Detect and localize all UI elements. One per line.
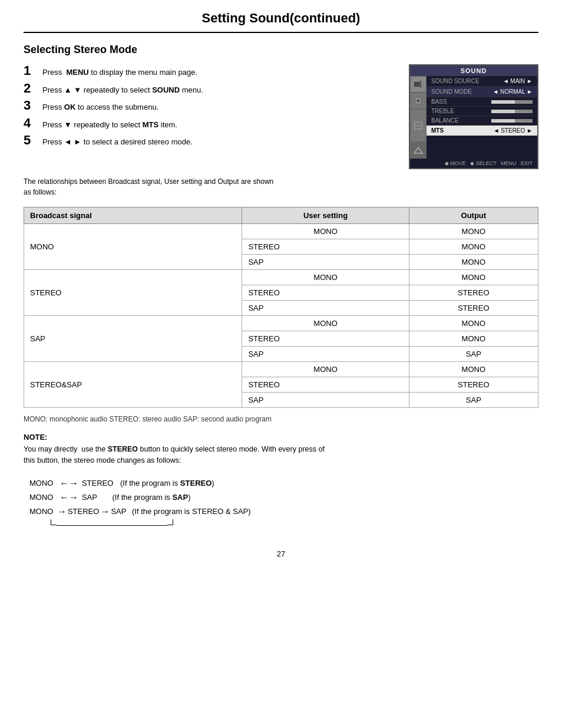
output-stereo-mono: MONO bbox=[409, 270, 538, 285]
step-4: 4 Press ▼ repeatedly to select MTS item. bbox=[24, 117, 397, 131]
description: The relationships between Broadcast sign… bbox=[24, 176, 538, 197]
user-setting-stereo-sap: SAP bbox=[242, 301, 409, 316]
svg-rect-0 bbox=[414, 82, 419, 87]
output-mono-mono: MONO bbox=[409, 224, 538, 239]
note-text: You may directly use the STEREO button t… bbox=[24, 444, 538, 466]
col-header-signal: Broadcast signal bbox=[24, 207, 242, 224]
user-setting-sap-mono: MONO bbox=[242, 316, 409, 331]
output-sap-sap: SAP bbox=[409, 347, 538, 362]
steps-and-image: 1 Press MENU to display the menu main pa… bbox=[24, 64, 538, 169]
diagram-arrow-3b: → bbox=[100, 506, 110, 517]
tv-menu-value-mode: ◄ NORMAL ► bbox=[492, 88, 533, 95]
tv-menu-title: SOUND bbox=[410, 65, 537, 76]
table-row: STEREO&SAP MONO MONO bbox=[24, 362, 538, 377]
note-key-stereo-1: STEREO bbox=[180, 479, 211, 487]
user-setting-stereo-mono: MONO bbox=[242, 270, 409, 285]
user-setting-sap-stereo: STEREO bbox=[242, 331, 409, 347]
step-key-menu: MENU bbox=[66, 68, 88, 77]
tv-menu-bar-bass bbox=[491, 100, 533, 104]
user-setting-ss-sap: SAP bbox=[242, 393, 409, 408]
tv-footer-text: ◆ MOVE ◆ SELECT MENU EXIT bbox=[445, 160, 533, 166]
tv-menu-label-bass: BASS bbox=[431, 98, 447, 105]
signal-mono: MONO bbox=[24, 224, 242, 270]
diagram-arrow-3a: → bbox=[54, 506, 66, 517]
diagram-area: MONO ←→ STEREO (If the program is STEREO… bbox=[29, 478, 538, 526]
note-key-stereo: STEREO bbox=[108, 445, 138, 453]
tv-menu-rows: SOUND SOURCE ◄ MAIN ► SOUND MODE ◄ NORMA… bbox=[427, 76, 537, 159]
user-setting-mono-stereo: STEREO bbox=[242, 239, 409, 255]
tv-menu-footer: ◆ MOVE ◆ SELECT MENU EXIT bbox=[410, 159, 537, 168]
steps-list: 1 Press MENU to display the menu main pa… bbox=[24, 64, 397, 151]
tv-icon-3 bbox=[410, 109, 427, 142]
diagram-mono-2: MONO bbox=[29, 493, 53, 502]
signal-sap: SAP bbox=[24, 316, 242, 362]
tv-menu-row-bass: BASS bbox=[427, 97, 537, 107]
svg-point-3 bbox=[416, 99, 420, 103]
step-5: 5 Press ◄ ► to select a desired stereo m… bbox=[24, 134, 397, 148]
user-setting-stereo-stereo: STEREO bbox=[242, 285, 409, 301]
user-setting-sap-sap: SAP bbox=[242, 347, 409, 362]
output-stereo-sap: STEREO bbox=[409, 301, 538, 316]
signal-stereo: STEREO bbox=[24, 270, 242, 316]
step-text-5: Press ◄ ► to select a desired stereo mod… bbox=[42, 136, 193, 148]
user-setting-ss-mono: MONO bbox=[242, 362, 409, 377]
tv-menu-row-mts: MTS ◄ STEREO ► bbox=[427, 126, 537, 136]
step-number-4: 4 bbox=[24, 117, 40, 130]
diagram-row-3: MONO → STEREO → SAP (If the program is S… bbox=[29, 506, 538, 526]
step-key-sound: SOUND bbox=[152, 85, 180, 94]
signal-stereo-sap: STEREO&SAP bbox=[24, 362, 242, 408]
tv-menu-label-mts: MTS bbox=[431, 127, 444, 134]
col-header-output: Output bbox=[409, 207, 538, 224]
diagram-arrow-2: ←→ bbox=[57, 492, 78, 503]
note-key-ss-3: STEREO & SAP bbox=[192, 507, 248, 516]
note-title: NOTE: bbox=[24, 433, 538, 442]
tv-icon-4 bbox=[410, 142, 427, 159]
tv-menu-value-source: ◄ MAIN ► bbox=[503, 78, 533, 84]
loop-return-container bbox=[51, 517, 173, 526]
tv-menu-row-treble: TREBLE bbox=[427, 107, 537, 116]
note-section: NOTE: You may directly use the STEREO bu… bbox=[24, 433, 538, 466]
tv-menu-value-mts: ◄ STEREO ► bbox=[494, 127, 533, 134]
step-text-4: Press ▼ repeatedly to select MTS item. bbox=[42, 119, 177, 131]
output-ss-stereo: STEREO bbox=[409, 377, 538, 393]
signal-table: Broadcast signal User setting Output MON… bbox=[24, 207, 538, 408]
tv-menu-label-balance: BALANCE bbox=[431, 117, 459, 124]
tv-menu-row-balance: BALANCE bbox=[427, 116, 537, 126]
tv-icon-1 bbox=[410, 76, 427, 93]
step-number-5: 5 bbox=[24, 134, 40, 147]
step-number-2: 2 bbox=[24, 82, 40, 95]
tv-menu-row-mode: SOUND MODE ◄ NORMAL ► bbox=[427, 87, 537, 97]
diagram-row-2: MONO ←→ SAP (If the program is SAP) bbox=[29, 492, 538, 503]
diagram-sap-3: SAP bbox=[111, 507, 126, 516]
output-ss-mono: MONO bbox=[409, 362, 538, 377]
col-header-user: User setting bbox=[242, 207, 409, 224]
legend: MONO: monophonic audio STEREO: stereo au… bbox=[24, 415, 538, 423]
diagram-sap-2: SAP bbox=[82, 493, 97, 502]
tv-menu-label-mode: SOUND MODE bbox=[431, 88, 472, 95]
table-row: SAP MONO MONO bbox=[24, 316, 538, 331]
tv-menu-bar-treble bbox=[491, 110, 533, 113]
step-number-3: 3 bbox=[24, 99, 40, 112]
loop-bottom-line bbox=[57, 525, 167, 526]
tv-icon-2 bbox=[410, 93, 427, 109]
section-title: Selecting Stereo Mode bbox=[24, 44, 538, 56]
svg-marker-6 bbox=[414, 147, 422, 153]
page-title-area: Setting Sound(continued) bbox=[24, 0, 538, 33]
tv-icon-col bbox=[410, 76, 427, 159]
diagram-mono-1: MONO bbox=[29, 479, 53, 487]
diagram-note-1: (If the program is STEREO) bbox=[118, 479, 214, 487]
loop-corner-left bbox=[51, 519, 57, 525]
table-row: MONO MONO MONO bbox=[24, 224, 538, 239]
output-mono-sap: MONO bbox=[409, 255, 538, 270]
user-setting-ss-stereo: STEREO bbox=[242, 377, 409, 393]
diagram-arrow-1: ←→ bbox=[57, 478, 78, 489]
diagram-note-3: (If the program is STEREO & SAP) bbox=[130, 507, 250, 516]
output-sap-stereo: MONO bbox=[409, 331, 538, 347]
page-title: Setting Sound(continued) bbox=[202, 11, 361, 25]
table-row: STEREO MONO MONO bbox=[24, 270, 538, 285]
step-text-3: Press OK to access the submenu. bbox=[42, 101, 158, 113]
output-stereo-stereo: STEREO bbox=[409, 285, 538, 301]
diagram-row-1: MONO ←→ STEREO (If the program is STEREO… bbox=[29, 478, 538, 489]
user-setting-mono-sap: SAP bbox=[242, 255, 409, 270]
diagram-stereo-1: STEREO bbox=[82, 479, 113, 487]
